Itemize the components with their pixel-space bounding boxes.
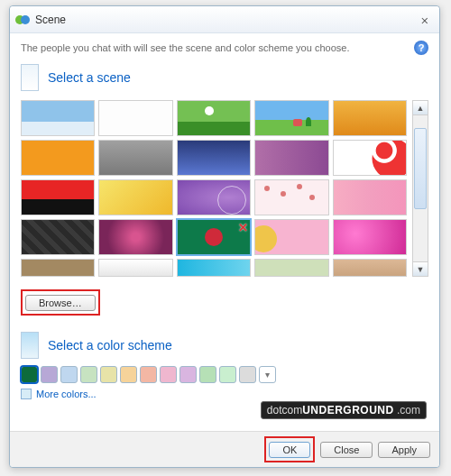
description-text: The people you chat with will see the sc…	[21, 42, 349, 53]
scroll-up-arrow-icon[interactable]: ▲	[413, 101, 428, 115]
scene-thumb-white-blank[interactable]	[98, 100, 172, 136]
help-icon[interactable]: ?	[414, 41, 428, 55]
scene-thumb-dark-cubes[interactable]	[21, 219, 95, 255]
scene-thumb-magenta-star[interactable]	[98, 219, 172, 255]
titlebar[interactable]: Scene ⨉	[10, 6, 439, 33]
scheme-section-title: Select a color scheme	[48, 338, 172, 352]
scene-thumb-yellow-gradient[interactable]	[98, 179, 172, 215]
scene-grid: ✕	[21, 100, 407, 277]
apply-button[interactable]: Apply	[378, 442, 430, 458]
scene-thumb-tan-partial[interactable]	[21, 259, 95, 277]
scene-thumb-green-hill-clouds[interactable]	[177, 100, 251, 136]
scene-thumb-golden-wheat[interactable]	[333, 100, 407, 136]
color-swatch[interactable]	[41, 366, 58, 383]
highlight-browse: Browse…	[21, 289, 100, 316]
scene-dialog: Scene ⨉ The people you chat with will se…	[9, 5, 440, 468]
color-swatch[interactable]	[140, 366, 157, 383]
ok-button[interactable]: OK	[269, 442, 310, 458]
color-swatch[interactable]	[100, 366, 117, 383]
dialog-button-bar: OK Close Apply	[10, 431, 439, 467]
browse-row: Browse…	[21, 289, 428, 316]
color-swatch[interactable]	[80, 366, 97, 383]
scene-thumb-purple-swirl[interactable]	[177, 179, 251, 215]
scene-area: ✕ ▲ ▼	[21, 100, 428, 277]
msn-buddies-icon	[15, 13, 30, 27]
remove-scene-icon[interactable]: ✕	[238, 221, 248, 234]
color-swatch[interactable]	[120, 366, 137, 383]
close-icon[interactable]: ⨉	[416, 13, 434, 27]
browse-button[interactable]: Browse…	[25, 295, 96, 311]
color-swatch-row: ▾	[21, 366, 428, 383]
color-swatch[interactable]	[60, 366, 78, 383]
dialog-body: The people you chat with will see the sc…	[10, 33, 439, 405]
scene-thumb-summer-field-house[interactable]	[254, 100, 328, 136]
scene-thumb-pink-stripes[interactable]	[333, 179, 407, 215]
scene-thumb-sky-gradient[interactable]	[21, 100, 95, 136]
more-colors-link[interactable]: More colors...	[21, 389, 428, 399]
color-swatch[interactable]	[21, 366, 38, 383]
watermark: dotcomUNDERGROUND .com	[261, 401, 427, 419]
scene-thumb-beige-partial[interactable]	[333, 259, 407, 277]
highlight-ok: OK	[264, 436, 315, 462]
scheme-section-header: Select a color scheme	[21, 332, 428, 359]
scene-thumb-teal-partial[interactable]	[177, 259, 251, 277]
close-button[interactable]: Close	[320, 442, 373, 458]
color-swatch-more[interactable]: ▾	[259, 366, 276, 383]
scene-thumb-white-red-flower[interactable]	[333, 140, 407, 176]
more-colors-label: More colors...	[36, 389, 97, 399]
color-swatch[interactable]	[219, 366, 236, 383]
scene-thumb-orange-solid[interactable]	[21, 140, 95, 176]
scene-thumb-pink-blossom[interactable]	[254, 179, 328, 215]
scene-thumb-bangladesh-flag[interactable]: ✕	[177, 219, 251, 255]
scene-thumb-purple-violet[interactable]	[254, 140, 328, 176]
color-swatch[interactable]	[179, 366, 197, 383]
window-title: Scene	[35, 14, 416, 26]
scheme-section-icon	[21, 332, 39, 359]
scene-thumb-navy-night[interactable]	[177, 140, 251, 176]
color-swatch[interactable]	[160, 366, 177, 383]
scene-scrollbar[interactable]: ▲ ▼	[412, 100, 428, 277]
scene-thumb-red-black-split[interactable]	[21, 179, 95, 215]
scene-thumb-gray-landscape[interactable]	[98, 140, 172, 176]
scene-thumb-hot-pink-glow[interactable]	[333, 219, 407, 255]
scroll-down-arrow-icon[interactable]: ▼	[413, 261, 428, 276]
color-swatch[interactable]	[239, 366, 256, 383]
description-row: The people you chat with will see the sc…	[21, 41, 428, 55]
more-colors-icon	[21, 389, 32, 399]
scene-thumb-sage-partial[interactable]	[254, 259, 328, 277]
scene-section-title: Select a scene	[48, 70, 131, 85]
color-swatch[interactable]	[199, 366, 216, 383]
scene-thumb-pink-sun[interactable]	[254, 219, 328, 255]
scene-section-header: Select a scene	[21, 64, 428, 91]
scroll-handle[interactable]	[414, 128, 427, 209]
scene-thumb-white-partial[interactable]	[98, 259, 172, 277]
scene-section-icon	[21, 64, 39, 91]
